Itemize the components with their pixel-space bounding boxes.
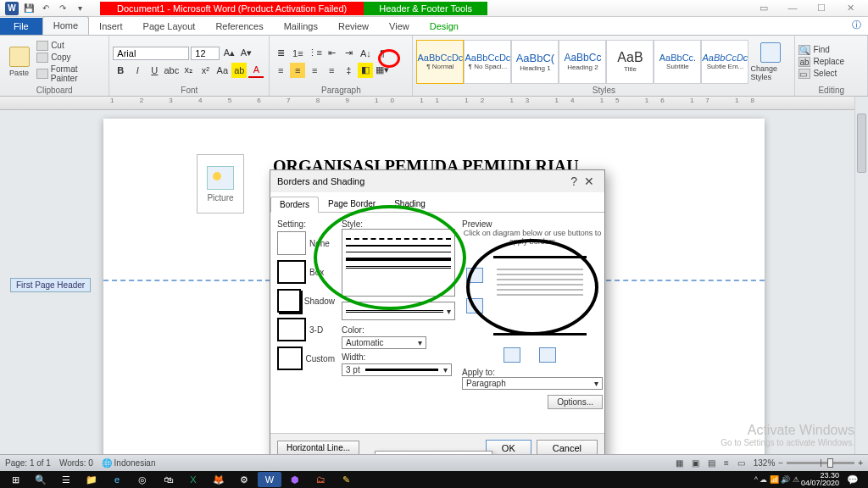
italic-button[interactable]: I bbox=[130, 63, 145, 78]
taskbar-app1-icon[interactable]: ⬢ bbox=[283, 472, 307, 487]
style-subtitle[interactable]: AaBbCc.Subtitle bbox=[654, 40, 701, 84]
tab-view[interactable]: View bbox=[379, 18, 420, 35]
taskbar-chrome-icon[interactable]: ◎ bbox=[131, 472, 154, 487]
tab-shading[interactable]: Shading bbox=[385, 196, 435, 212]
border-bottom-toggle[interactable] bbox=[466, 298, 483, 313]
shrink-font-icon[interactable]: A▾ bbox=[238, 46, 253, 61]
tab-borders[interactable]: Borders bbox=[270, 197, 319, 213]
multilevel-button[interactable]: ⋮≡ bbox=[307, 46, 322, 61]
tab-pagelayout[interactable]: Page Layout bbox=[133, 18, 206, 35]
copy-button[interactable]: Copy bbox=[36, 53, 105, 63]
status-language[interactable]: 🌐 Indonesian bbox=[102, 458, 156, 468]
view-web-icon[interactable]: ▤ bbox=[708, 458, 715, 468]
find-button[interactable]: 🔍Find bbox=[798, 45, 844, 55]
sort-button[interactable]: A↓ bbox=[358, 46, 373, 61]
shading-button[interactable]: ◧ bbox=[358, 63, 373, 78]
save-icon[interactable]: 💾 bbox=[22, 2, 36, 15]
tab-review[interactable]: Review bbox=[328, 18, 379, 35]
show-marks-button[interactable]: ¶ bbox=[375, 46, 390, 61]
minimize-icon[interactable]: — bbox=[780, 3, 805, 14]
style-nospacing[interactable]: AaBbCcDc¶ No Spaci... bbox=[464, 40, 511, 84]
taskbar-edge-icon[interactable]: e bbox=[105, 472, 129, 487]
setting-box[interactable]: Box bbox=[277, 260, 335, 284]
styles-gallery[interactable]: AaBbCcDc¶ Normal AaBbCcDc¶ No Spaci... A… bbox=[416, 40, 748, 84]
picture-placeholder[interactable]: Picture bbox=[197, 154, 244, 214]
tab-home[interactable]: Home bbox=[42, 16, 89, 35]
font-name-select[interactable]: Arial bbox=[113, 47, 189, 60]
line-spacing-button[interactable]: ‡ bbox=[341, 63, 356, 78]
style-listbox[interactable] bbox=[342, 229, 455, 297]
undo-icon[interactable]: ↶ bbox=[39, 2, 53, 15]
start-button[interactable]: ⊞ bbox=[3, 472, 27, 487]
replace-button[interactable]: abReplace bbox=[798, 57, 844, 67]
taskbar-word-icon[interactable]: W bbox=[258, 472, 281, 487]
select-button[interactable]: ▭Select bbox=[798, 69, 844, 79]
style-heading1[interactable]: AaBbC(Heading 1 bbox=[511, 40, 559, 84]
maximize-icon[interactable]: ☐ bbox=[809, 3, 834, 14]
style-normal[interactable]: AaBbCcDc¶ Normal bbox=[416, 40, 464, 84]
redo-icon[interactable]: ↷ bbox=[56, 2, 70, 15]
superscript-button[interactable]: x² bbox=[198, 63, 213, 78]
style-heading2[interactable]: AaBbCcHeading 2 bbox=[559, 40, 606, 84]
inc-indent-button[interactable]: ⇥ bbox=[341, 46, 356, 61]
view-outline-icon[interactable]: ≡ bbox=[724, 458, 729, 468]
taskbar-app2-icon[interactable]: 🗂 bbox=[309, 472, 332, 487]
taskbar-store-icon[interactable]: 🛍 bbox=[156, 472, 180, 487]
setting-custom[interactable]: Custom bbox=[277, 347, 335, 370]
system-tray[interactable]: ^ ☁ 📶 🔊 ⚠ bbox=[754, 475, 799, 484]
zoom-slider[interactable]: 132%−+ bbox=[754, 458, 863, 468]
taskbar-firefox-icon[interactable]: 🦊 bbox=[207, 472, 231, 487]
taskbar-settings-icon[interactable]: ⚙ bbox=[232, 472, 256, 487]
tab-mailings[interactable]: Mailings bbox=[274, 18, 328, 35]
vertical-scrollbar[interactable] bbox=[854, 97, 868, 454]
border-right-toggle[interactable] bbox=[539, 347, 556, 363]
status-words[interactable]: Words: 0 bbox=[59, 458, 93, 468]
notifications-icon[interactable]: 💬 bbox=[841, 472, 865, 487]
task-view-icon[interactable]: ☰ bbox=[54, 472, 78, 487]
qat-more-icon[interactable]: ▾ bbox=[73, 2, 86, 15]
style-title[interactable]: AaBTitle bbox=[606, 40, 654, 84]
horizontal-line-button[interactable]: Horizontal Line... bbox=[277, 441, 359, 455]
preview-diagram[interactable] bbox=[493, 256, 587, 336]
taskbar-clock[interactable]: 23.3004/07/2020 bbox=[801, 472, 839, 487]
grow-font-icon[interactable]: A▴ bbox=[221, 46, 236, 61]
view-print-layout-icon[interactable]: ▦ bbox=[676, 458, 683, 468]
justify-button[interactable]: ≡ bbox=[324, 63, 339, 78]
underline-button[interactable]: U bbox=[147, 63, 162, 78]
options-button[interactable]: Options... bbox=[548, 395, 603, 409]
tab-file[interactable]: File bbox=[0, 18, 42, 35]
status-page[interactable]: Page: 1 of 1 bbox=[5, 458, 51, 468]
style-subtleem[interactable]: AaBbCcDcSubtle Em... bbox=[701, 40, 748, 84]
numbering-button[interactable]: 1≡ bbox=[290, 46, 305, 61]
dialog-help-icon[interactable]: ? bbox=[567, 175, 581, 188]
border-left-toggle[interactable] bbox=[504, 347, 520, 363]
close-icon[interactable]: ✕ bbox=[837, 3, 863, 14]
style-selected[interactable]: ▾ bbox=[342, 302, 455, 320]
bold-button[interactable]: B bbox=[113, 63, 128, 78]
paste-button[interactable]: Paste bbox=[3, 42, 35, 82]
align-right-button[interactable]: ≡ bbox=[307, 63, 322, 78]
highlight-button[interactable]: ab bbox=[231, 63, 247, 78]
borders-button[interactable]: ▦▾ bbox=[375, 63, 390, 78]
help-icon[interactable]: ⓘ bbox=[845, 15, 868, 35]
taskbar-explorer-icon[interactable]: 📁 bbox=[80, 472, 103, 487]
dec-indent-button[interactable]: ⇤ bbox=[324, 46, 339, 61]
border-top-toggle[interactable] bbox=[466, 268, 483, 283]
font-color-button[interactable]: A bbox=[248, 63, 264, 78]
tab-references[interactable]: References bbox=[205, 18, 273, 35]
taskbar-excel-icon[interactable]: X bbox=[181, 472, 205, 487]
tab-design[interactable]: Design bbox=[420, 18, 469, 35]
cut-button[interactable]: Cut bbox=[36, 41, 105, 51]
color-select[interactable]: Automatic▾ bbox=[342, 336, 426, 349]
taskbar-app3-icon[interactable]: ✎ bbox=[334, 472, 358, 487]
search-icon[interactable]: 🔍 bbox=[29, 472, 53, 487]
bullets-button[interactable]: ≣ bbox=[273, 46, 288, 61]
view-draft-icon[interactable]: ▭ bbox=[737, 458, 745, 468]
font-size-select[interactable]: 12 bbox=[191, 47, 220, 60]
setting-none[interactable]: None bbox=[277, 231, 335, 255]
strike-button[interactable]: abc bbox=[164, 63, 179, 78]
tab-page-border[interactable]: Page Border bbox=[319, 196, 385, 212]
align-left-button[interactable]: ≡ bbox=[273, 63, 288, 78]
text-effects-button[interactable]: Aa bbox=[214, 63, 230, 78]
horizontal-ruler[interactable]: 1 2 3 4 5 6 7 8 9 10 11 12 13 14 15 16 1… bbox=[0, 97, 868, 110]
